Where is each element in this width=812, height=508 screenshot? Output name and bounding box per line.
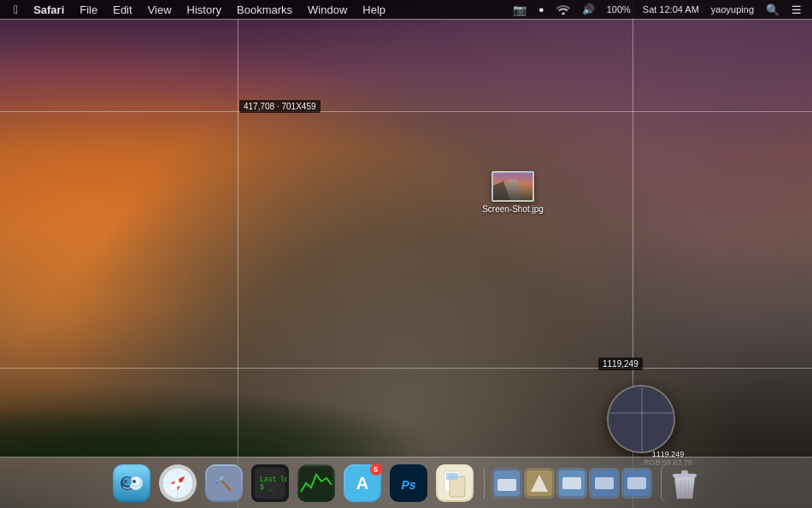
photoshop-svg: Ps [391, 466, 426, 500]
dock-item-safari[interactable] [157, 463, 198, 504]
help-menu[interactable]: Help [356, 0, 392, 19]
spotlight-button[interactable]: 🔍 [762, 0, 783, 19]
small-item-5-svg [624, 470, 650, 496]
coord-label-top: 417,708 · 701X459 [239, 100, 321, 113]
svg-marker-1 [502, 180, 523, 200]
crosshair-h2 [0, 111, 812, 112]
crosshair-h3 [0, 368, 812, 369]
trees-overlay [0, 286, 812, 457]
dock-item-trash[interactable] [661, 463, 702, 504]
menubar:  Safari File Edit View History Bookmark… [0, 0, 812, 19]
svg-rect-40 [562, 477, 581, 489]
svg-text:🔨: 🔨 [215, 476, 232, 492]
svg-point-12 [132, 480, 136, 483]
svg-marker-2 [493, 181, 510, 200]
preview-svg [438, 466, 472, 500]
svg-point-11 [124, 480, 127, 483]
dock-small-items [484, 468, 652, 499]
dock-item-xcode[interactable]: 🔨 [203, 463, 244, 504]
screenshot-filename: Screen-Shot.jpg [482, 204, 544, 214]
screenshot-thumbnail [491, 171, 534, 202]
dock: 🔨 Last login: $ _ A [0, 457, 812, 508]
edit-menu[interactable]: Edit [106, 0, 138, 19]
safari-menu[interactable]: Safari [26, 0, 71, 19]
small-item-3-svg [559, 470, 585, 496]
dock-small-item-1[interactable] [491, 468, 522, 499]
history-menu[interactable]: History [180, 0, 228, 19]
trash-svg [668, 466, 702, 500]
small-item-1-svg [494, 470, 520, 496]
dock-small-item-2[interactable] [524, 468, 555, 499]
terminal-svg: Last login: $ _ [253, 466, 287, 500]
window-menu[interactable]: Window [301, 0, 354, 19]
safari-svg [161, 466, 195, 500]
dock-item-preview[interactable] [434, 463, 475, 504]
svg-rect-5 [641, 387, 643, 453]
svg-rect-34 [446, 473, 458, 480]
dock-item-app-store[interactable]: A 5 [342, 463, 383, 504]
svg-rect-26 [299, 466, 333, 500]
activity-monitor-dock-icon [297, 464, 335, 502]
preview-dock-icon [436, 464, 474, 502]
dock-item-terminal[interactable]: Last login: $ _ [250, 463, 291, 504]
dock-item-photoshop[interactable]: Ps [388, 463, 429, 504]
bookmarks-menu[interactable]: Bookmarks [230, 0, 299, 19]
small-item-2-svg [527, 470, 552, 496]
photoshop-dock-icon: Ps [390, 464, 427, 502]
svg-text:$ _: $ _ [260, 482, 274, 491]
notification-center-button[interactable]: ☰ [788, 0, 805, 19]
app-store-badge: 5 [370, 464, 382, 476]
svg-text:A: A [356, 474, 368, 493]
magnifier-circle [607, 385, 675, 453]
small-item-4-svg [591, 470, 617, 496]
xcode-svg: 🔨 [207, 466, 241, 500]
svg-rect-36 [497, 479, 516, 491]
username-display[interactable]: yaoyuping [708, 0, 757, 19]
view-menu[interactable]: View [141, 0, 179, 19]
dock-item-activity-monitor[interactable] [296, 463, 337, 504]
clock-display[interactable]: Sat 12:04 AM [639, 0, 703, 19]
svg-rect-46 [681, 470, 688, 475]
dock-small-item-3[interactable] [556, 468, 587, 499]
magnifier-content [609, 387, 674, 452]
safari-dock-icon [159, 464, 197, 502]
terminal-dock-icon: Last login: $ _ [251, 464, 289, 502]
crosshair-v1 [238, 0, 238, 508]
screenshot-file-icon[interactable]: Screen-Shot.jpg [479, 171, 547, 214]
svg-rect-0 [493, 173, 533, 200]
coord-label-bottom: 1119,249 [598, 357, 643, 370]
finder-dock-icon [113, 464, 150, 502]
wifi-icon[interactable] [553, 0, 574, 19]
svg-rect-44 [627, 477, 646, 489]
svg-text:Ps: Ps [401, 478, 415, 492]
dock-item-finder[interactable] [111, 463, 152, 504]
file-menu[interactable]: File [73, 0, 104, 19]
menubar-right: 📷 ● 🔊 100% Sat 12:04 AM yaoyuping 🔍 ☰ [509, 0, 805, 19]
trash-dock-icon [668, 464, 702, 502]
volume-icon[interactable]: 🔊 [579, 0, 598, 19]
menubar-left:  Safari File Edit View History Bookmark… [7, 0, 392, 19]
svg-rect-42 [595, 477, 614, 489]
actmon-svg [299, 466, 333, 500]
wifi-svg [556, 4, 570, 15]
xcode-dock-icon: 🔨 [205, 464, 243, 502]
dock-small-item-5[interactable] [621, 468, 652, 499]
battery-display[interactable]: 100% [603, 0, 634, 19]
bluetooth-icon[interactable]: ● [535, 0, 548, 19]
thumbnail-svg [493, 173, 533, 200]
finder-svg [115, 466, 149, 500]
apple-menu[interactable]:  [7, 0, 25, 19]
screenshot-menu-icon[interactable]: 📷 [509, 0, 530, 19]
crosshair-h1 [0, 19, 812, 20]
dock-small-item-4[interactable] [589, 468, 620, 499]
